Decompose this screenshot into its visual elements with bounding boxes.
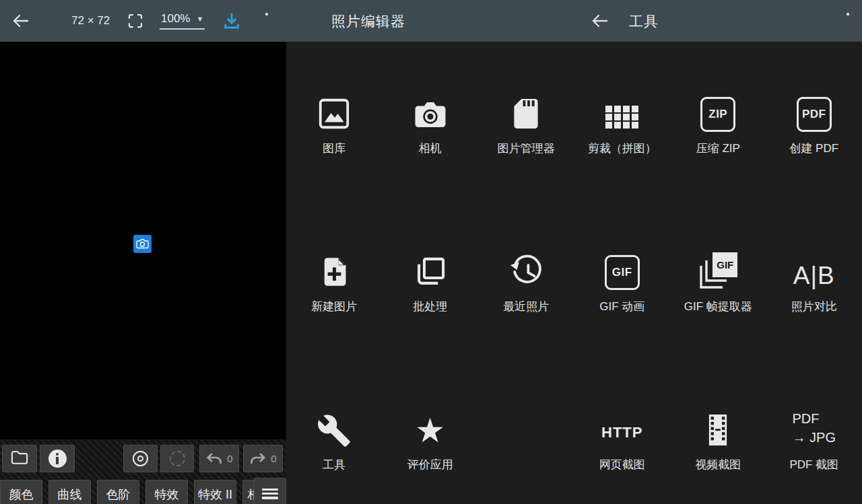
tool-gif-frame-extractor[interactable]: GIF GIF 帧提取器 (670, 251, 766, 409)
film-strip-icon (702, 409, 733, 448)
camera-icon (412, 93, 449, 132)
canvas-toolbar: 0 0 颜色 曲线 色阶 特效 特效 II 相 (0, 439, 286, 504)
tools-grid: 图库 相机 图片管理器 剪裁（拼图） ZIP 压缩 ZIP PDF (286, 42, 862, 504)
grid-empty-cell (478, 409, 574, 504)
tool-recent-photos[interactable]: 最近照片 (478, 251, 574, 409)
tool-compress-zip[interactable]: ZIP 压缩 ZIP (670, 93, 766, 251)
apps-grid-icon[interactable] (546, 13, 561, 28)
tool-gif-animation[interactable]: GIF GIF 动画 (574, 251, 671, 409)
tool-pdf-capture[interactable]: PDF → JPG PDF 截图 (766, 409, 862, 504)
info-button[interactable] (40, 445, 75, 472)
redo-count: 0 (271, 453, 276, 464)
tab-levels[interactable]: 色阶 (97, 480, 139, 504)
tab-effects[interactable]: 特效 (145, 480, 188, 504)
collage-grid-icon (603, 93, 642, 132)
chevron-down-icon: ▼ (196, 15, 203, 23)
tool-tools[interactable]: 工具 (286, 409, 383, 504)
rotate-state-button[interactable] (160, 445, 194, 472)
target-icon (133, 451, 148, 466)
pdf-icon: PDF (797, 97, 832, 132)
sd-card-icon (511, 93, 541, 132)
app-title: 照片编辑器 (331, 12, 405, 31)
menu-icon[interactable] (300, 15, 317, 27)
image-dimensions: 72 × 72 (71, 14, 110, 28)
tab-curves[interactable]: 曲线 (48, 480, 91, 504)
dashed-circle-icon (170, 451, 185, 466)
star-icon: ★ (415, 413, 445, 448)
edit-tabs-row: 颜色 曲线 色阶 特效 特效 II 相 (0, 480, 286, 504)
tools-page-title: 工具 (629, 12, 659, 31)
canvas-image[interactable] (133, 235, 152, 253)
tool-photo-compare[interactable]: A|B 照片对比 (766, 251, 862, 409)
history-clock-icon (508, 251, 544, 290)
menu-icon (262, 489, 278, 499)
tool-gallery[interactable]: 图库 (286, 93, 383, 251)
tool-camera[interactable]: 相机 (383, 93, 479, 251)
gif-frames-icon: GIF (698, 252, 737, 290)
tool-new-image[interactable]: 新建图片 (286, 251, 383, 409)
pdf-to-jpg-icon: PDF → JPG (793, 409, 836, 447)
tool-image-manager[interactable]: 图片管理器 (478, 93, 574, 251)
tab-effects-2[interactable]: 特效 II (194, 480, 236, 504)
folder-icon (10, 449, 29, 468)
ab-compare-icon: A|B (793, 262, 835, 290)
zoom-dropdown[interactable]: 100% ▼ (160, 12, 205, 30)
tools-more-icon[interactable] (847, 13, 849, 29)
gif-icon: GIF (605, 255, 640, 290)
tabs-menu-button[interactable] (254, 478, 286, 504)
info-icon (48, 449, 67, 468)
photo-editor-app: 72 × 72 100% ▼ 照片编辑器 工具 (0, 0, 862, 504)
redo-button[interactable]: 0 (243, 445, 283, 472)
top-bar: 72 × 72 100% ▼ 照片编辑器 工具 (0, 0, 862, 42)
tool-video-capture[interactable]: 视频截图 (670, 409, 766, 504)
gallery-icon (316, 93, 352, 132)
tool-create-pdf[interactable]: PDF 创建 PDF (766, 93, 862, 251)
tab-color[interactable]: 颜色 (0, 480, 42, 504)
tool-batch[interactable]: 批处理 (383, 251, 479, 409)
editor-more-icon[interactable] (265, 13, 268, 29)
tool-crop-collage[interactable]: 剪裁（拼图） (574, 93, 671, 251)
batch-layers-icon (412, 251, 449, 290)
http-icon: HTTP (601, 424, 642, 441)
undo-button[interactable]: 0 (199, 445, 239, 472)
compare-original-button[interactable] (123, 445, 158, 472)
undo-icon (205, 449, 223, 469)
undo-count: 0 (227, 453, 232, 464)
wrench-icon (317, 409, 352, 448)
canvas-panel: 0 0 颜色 曲线 色阶 特效 特效 II 相 (0, 42, 286, 504)
redo-icon (249, 449, 267, 469)
new-image-icon (319, 251, 350, 290)
open-folder-button[interactable] (2, 445, 37, 472)
tool-rate-app[interactable]: ★ 评价应用 (383, 409, 479, 504)
tool-web-capture[interactable]: HTTP 网页截图 (574, 409, 671, 504)
zip-icon: ZIP (700, 97, 735, 132)
zoom-value: 100% (161, 12, 190, 26)
